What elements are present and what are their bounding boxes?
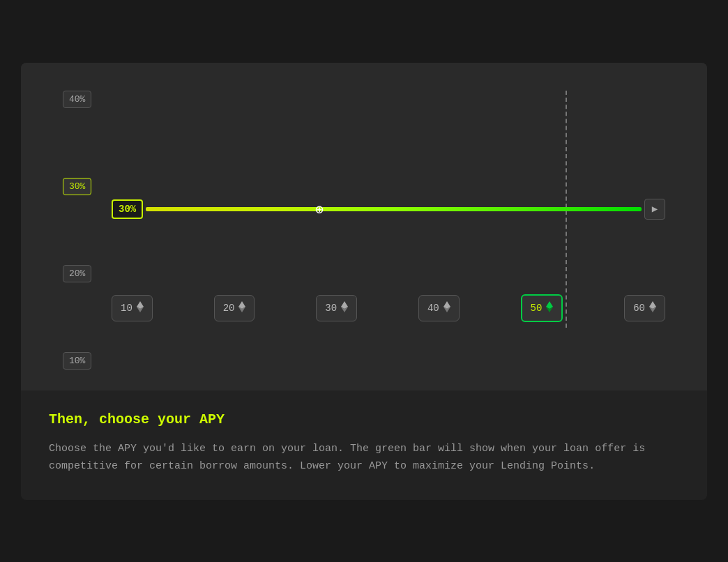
chart-inner: 40% 30% 20% 10% 30% (63, 91, 665, 370)
apy-start-label: 30% (112, 199, 143, 219)
x-label-20[interactable]: 20 (214, 295, 255, 321)
text-section: Then, choose your APY Choose the APY you… (21, 390, 707, 500)
gradient-bar-wrapper[interactable]: ⊕ (146, 207, 642, 211)
move-cursor-icon[interactable]: ⊕ (315, 200, 324, 218)
eth-icon-20 (238, 301, 245, 315)
y-label-30: 30% (63, 178, 91, 195)
eth-icon-10 (137, 301, 144, 315)
y-label-40: 40% (63, 91, 91, 108)
gradient-bar (146, 207, 642, 211)
eth-icon-40 (443, 301, 450, 315)
x-axis: 10 20 (112, 289, 665, 328)
plot-area: 30% ⊕ ▶ (112, 91, 665, 328)
y-label-20: 20% (63, 265, 91, 282)
x-label-10[interactable]: 10 (112, 295, 153, 321)
eth-icon-60 (649, 301, 656, 315)
bar-container: 30% ⊕ ▶ (112, 199, 665, 220)
arrow-icon: ▶ (652, 203, 658, 215)
x-label-40[interactable]: 40 (418, 295, 460, 321)
main-container: 40% 30% 20% 10% 30% (21, 63, 707, 500)
x-label-60[interactable]: 60 (624, 295, 665, 321)
y-axis: 40% 30% 20% 10% (63, 91, 105, 370)
bar-arrow-button[interactable]: ▶ (644, 199, 665, 220)
chart-area: 40% 30% 20% 10% 30% (21, 63, 707, 390)
eth-icon-30 (341, 301, 348, 315)
section-title: Then, choose your APY (49, 411, 679, 427)
x-label-30[interactable]: 30 (316, 295, 357, 321)
section-description: Choose the APY you'd like to earn on you… (49, 440, 679, 476)
eth-icon-50 (546, 301, 553, 315)
y-label-10: 10% (63, 352, 91, 370)
apy-value-text: 30% (119, 204, 136, 215)
x-label-50[interactable]: 50 (521, 294, 563, 322)
